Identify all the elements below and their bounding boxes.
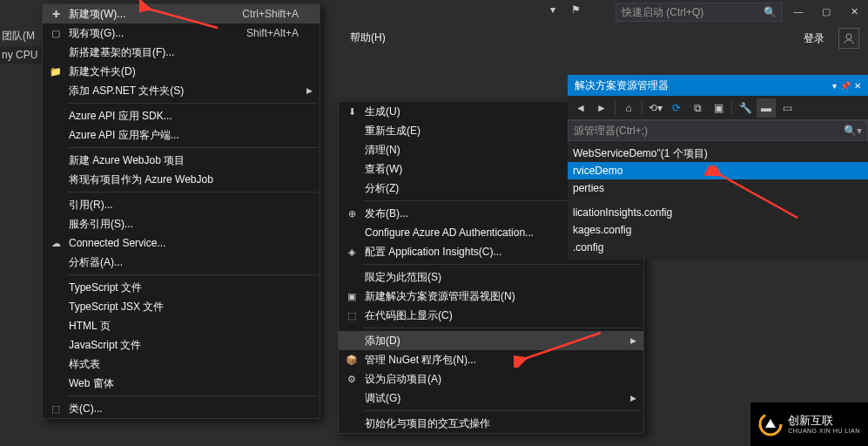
tree-node[interactable]: .config [568,239,868,256]
menu-item-label: Azure API 应用客户端... [65,128,299,143]
menu-item[interactable]: 📁新建文件夹(D) [43,62,320,81]
tree-node[interactable]: perties [568,179,868,197]
menu-item[interactable]: TypeScript 文件 [43,278,320,297]
forward-button[interactable]: ► [592,98,611,118]
login-link[interactable]: 登录 [804,31,824,46]
build-icon: ⬇ [342,104,361,119]
tree-node[interactable]: rviceDemo [568,162,868,179]
menu-item[interactable]: 添加 ASP.NET 文件夹(S)▶ [43,81,320,100]
appinsights-icon: ◈ [342,244,361,260]
menu-item[interactable]: 添加(D)▶ [339,331,643,350]
blank-icon [342,142,361,158]
menu-item[interactable]: 将现有项目作为 Azure WebJob [43,170,320,189]
user-icon [843,32,855,44]
menu-item[interactable]: 初始化与项目的交互式操作 [339,414,643,433]
tree-node[interactable]: WebServiceDemo"(1 个项目) [568,145,868,162]
panel-close-icon[interactable]: ✕ [854,81,861,91]
panel-menu-icon[interactable]: ▾ [832,81,837,91]
connected-service-icon: ☁ [46,235,65,251]
refresh-icon[interactable]: ⟳ [667,98,686,118]
solution-explorer-titlebar: 解决方案资源管理器 ▾ 📌 ✕ [568,75,868,96]
menu-item[interactable]: 限定为此范围(S) [339,267,643,287]
blank-icon [342,390,361,406]
minimize-button[interactable]: — [784,0,812,23]
new-sol-explorer-icon: ▣ [342,288,361,304]
funnel-icon[interactable]: ▾ [550,3,555,16]
menu-item[interactable]: Azure API 应用客户端... [43,125,320,145]
quick-launch-input[interactable]: 快速启动 (Ctrl+Q) 🔍 [616,3,783,22]
title-filter-area: ▾ ⚑ [550,3,581,16]
menu-item[interactable]: 分析器(A)... [43,253,320,272]
menu-item-label: 新建项(W)... [65,7,216,22]
menu-item[interactable]: 📦管理 NuGet 程序包(N)... [339,350,643,369]
new-folder-icon: 📁 [46,64,65,79]
menu-item-label: 新建 Azure WebJob 项目 [65,153,299,168]
maximize-button[interactable]: ▢ [812,0,840,23]
menu-item[interactable]: 样式表 [43,355,320,374]
class-icon: ⬚ [46,401,65,416]
menu-item[interactable]: 新建 Azure WebJob 项目 [43,151,320,170]
chevron-right-icon: ▶ [306,86,313,95]
flag-icon[interactable]: ⚑ [571,3,581,16]
solution-explorer-panel: 解决方案资源管理器 ▾ 📌 ✕ ◄ ► ⌂ ⟲▾ ⟳ ⧉ ▣ 🔧 ▬ ▭ 源管理… [568,75,868,260]
left-tab-cpu[interactable]: ny CPU [0,46,42,64]
menu-item[interactable]: ☁Connected Service... [43,233,320,253]
blank-icon [46,280,65,295]
nuget-icon: 📦 [342,352,361,368]
properties-icon[interactable]: 🔧 [736,98,755,118]
menu-item-label: 分析器(A)... [65,255,299,270]
menu-item[interactable]: 服务引用(S)... [43,214,320,233]
blank-icon [46,254,65,270]
showall-icon[interactable]: ▬ [757,98,776,118]
menu-help[interactable]: 帮助(H) [343,29,393,47]
solution-search-input[interactable]: 源管理器(Ctrl+;) 🔍▾ [568,120,868,141]
svg-point-0 [846,34,851,39]
menu-item[interactable]: 新搭建基架的项目(F)... [43,43,320,62]
blank-icon [46,108,65,124]
left-tab-team[interactable]: 团队(M [0,26,42,46]
blank-icon [46,318,65,334]
sync-icon[interactable]: ⟲▾ [646,98,665,118]
menu-item[interactable]: ✚新建项(W)...Ctrl+Shift+A [43,4,320,24]
left-panel-stub: 团队(M ny CPU [0,26,42,64]
tree-node[interactable] [568,197,868,204]
menu-item[interactable]: ⚙设为启动项目(A) [339,369,643,389]
tree-node[interactable]: kages.config [568,221,868,239]
pin-icon[interactable]: 📌 [840,81,851,91]
menu-item[interactable]: HTML 页 [43,316,320,335]
collapse-icon[interactable]: ▣ [709,98,728,118]
menu-item[interactable]: 调试(G)▶ [339,389,643,408]
publish-icon: ⊕ [342,206,361,221]
blank-icon [46,83,65,98]
menu-item[interactable]: 引用(R)... [43,195,320,214]
blank-icon [46,152,65,168]
back-button[interactable]: ◄ [571,98,590,118]
copy-icon[interactable]: ⧉ [688,98,707,118]
menu-item[interactable]: ⬚类(C)... [43,399,320,418]
menu-item[interactable]: ▢现有项(G)...Shift+Alt+A [43,24,320,43]
blank-icon [342,180,361,196]
blank-icon [342,225,361,240]
new-item-icon: ✚ [46,6,65,22]
startup-icon: ⚙ [342,371,361,387]
tree-node[interactable]: licationInsights.config [568,204,868,221]
menu-item-label: Connected Service... [65,237,299,249]
menu-item-label: 类(C)... [65,402,299,416]
home-icon[interactable]: ⌂ [619,98,638,118]
menu-item[interactable]: JavaScript 文件 [43,335,320,355]
blank-icon [46,44,65,60]
view-icon[interactable]: ▭ [777,98,797,118]
close-button[interactable]: ✕ [840,0,868,23]
menu-item[interactable]: Web 窗体 [43,374,320,393]
menu-item-label: 新建解决方案资源管理器视图(N) [361,289,622,304]
menu-item-label: 调试(G) [361,391,622,406]
menu-item[interactable]: ▣新建解决方案资源管理器视图(N) [339,287,643,306]
menu-item-label: 引用(R)... [65,198,299,213]
menu-item-label: Azure API 应用 SDK... [65,109,299,124]
avatar[interactable] [838,28,859,49]
menu-item[interactable]: Azure API 应用 SDK... [43,106,320,125]
solution-tree: WebServiceDemo"(1 个项目)rviceDemopertiesli… [568,141,868,260]
menu-item[interactable]: ⬚在代码图上显示(C) [339,306,643,325]
menu-item[interactable]: TypeScript JSX 文件 [43,297,320,316]
menu-item-label: 初始化与项目的交互式操作 [361,416,622,431]
